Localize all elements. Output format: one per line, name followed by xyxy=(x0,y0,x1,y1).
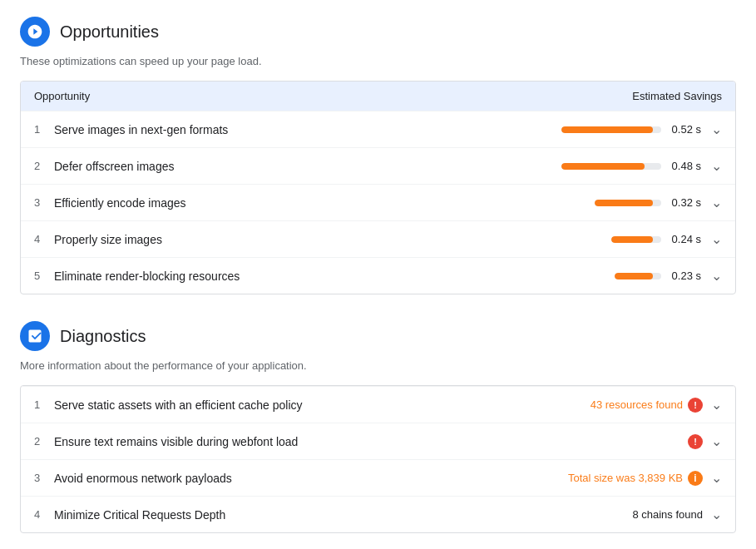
diag-expand-4[interactable]: ⌄ xyxy=(711,507,722,522)
diagnostics-table: 1 Serve static assets with an efficient … xyxy=(20,385,736,533)
diag-row-1[interactable]: 1 Serve static assets with an efficient … xyxy=(21,386,735,423)
diag-value-3: Total size was 3,839 KB xyxy=(568,472,683,484)
diagnostics-icon xyxy=(20,321,50,351)
opportunities-icon xyxy=(20,17,50,47)
diag-num-4: 4 xyxy=(34,508,54,521)
row-savings-5: 0.23 s ⌄ xyxy=(506,268,722,284)
expand-icon-5[interactable]: ⌄ xyxy=(711,268,722,284)
opportunity-row-4[interactable]: 4 Properly size images 0.24 s ⌄ xyxy=(21,220,735,257)
opportunities-table: Opportunity Estimated Savings 1 Serve im… xyxy=(20,81,736,294)
savings-value-1: 0.52 s xyxy=(668,123,701,136)
row-savings-4: 0.24 s ⌄ xyxy=(506,231,722,247)
expand-icon-2[interactable]: ⌄ xyxy=(711,158,722,174)
diag-expand-3[interactable]: ⌄ xyxy=(711,470,722,486)
row-num-4: 4 xyxy=(34,233,54,245)
bar-fill-1 xyxy=(561,126,653,133)
diag-num-1: 1 xyxy=(34,398,54,411)
col-opportunity-header: Opportunity xyxy=(34,90,506,102)
opportunities-header: Opportunities xyxy=(20,17,736,47)
savings-value-5: 0.23 s xyxy=(668,270,701,282)
diagnostics-title: Diagnostics xyxy=(60,327,146,346)
bar-container-3 xyxy=(595,200,661,206)
opportunities-table-header: Opportunity Estimated Savings xyxy=(21,82,735,111)
row-num-3: 3 xyxy=(34,196,54,209)
bar-container-1 xyxy=(561,126,661,133)
diag-savings-1: 43 resources found ! ⌄ xyxy=(506,397,722,413)
opportunities-title: Opportunities xyxy=(60,22,159,42)
row-num-1: 1 xyxy=(34,123,54,136)
row-label-5: Eliminate render-blocking resources xyxy=(54,270,506,283)
diag-value-1: 43 resources found xyxy=(590,398,683,411)
bar-track-5 xyxy=(615,273,661,279)
diag-savings-2: ! ⌄ xyxy=(506,433,722,449)
warning-icon-3: i xyxy=(688,471,703,486)
savings-value-2: 0.48 s xyxy=(668,160,701,172)
row-label-4: Properly size images xyxy=(54,233,506,246)
row-savings-2: 0.48 s ⌄ xyxy=(506,158,722,174)
diag-label-2: Ensure text remains visible during webfo… xyxy=(54,435,506,448)
opportunity-row-5[interactable]: 5 Eliminate render-blocking resources 0.… xyxy=(21,257,735,294)
warning-icon-1: ! xyxy=(688,398,703,413)
savings-value-3: 0.32 s xyxy=(668,196,701,209)
row-num-2: 2 xyxy=(34,160,54,172)
col-savings-header: Estimated Savings xyxy=(506,90,722,102)
warning-icon-2: ! xyxy=(688,434,703,449)
opportunity-row-2[interactable]: 2 Defer offscreen images 0.48 s ⌄ xyxy=(21,147,735,184)
diag-label-3: Avoid enormous network payloads xyxy=(54,472,506,485)
diag-savings-3: Total size was 3,839 KB i ⌄ xyxy=(506,470,722,486)
bar-track-3 xyxy=(595,200,661,206)
row-savings-1: 0.52 s ⌄ xyxy=(506,121,722,137)
diag-num-2: 2 xyxy=(34,435,54,448)
diag-num-3: 3 xyxy=(34,472,54,484)
diag-row-3[interactable]: 3 Avoid enormous network payloads Total … xyxy=(21,459,735,496)
diag-row-4[interactable]: 4 Minimize Critical Requests Depth 8 cha… xyxy=(21,496,735,532)
diag-label-4: Minimize Critical Requests Depth xyxy=(54,508,506,522)
opportunities-subtitle: These optimizations can speed up your pa… xyxy=(20,55,736,67)
opportunity-row-3[interactable]: 3 Efficiently encode images 0.32 s ⌄ xyxy=(21,184,735,220)
bar-container-5 xyxy=(615,273,661,279)
diag-label-1: Serve static assets with an efficient ca… xyxy=(54,398,506,412)
expand-icon-3[interactable]: ⌄ xyxy=(711,195,722,210)
row-label-1: Serve images in next-gen formats xyxy=(54,123,506,136)
bar-container-2 xyxy=(561,163,661,170)
bar-fill-5 xyxy=(615,273,653,279)
bar-track-4 xyxy=(611,236,661,243)
bar-track-1 xyxy=(561,126,661,133)
opportunity-row-1[interactable]: 1 Serve images in next-gen formats 0.52 … xyxy=(21,111,735,147)
diag-savings-4: 8 chains found ⌄ xyxy=(506,507,722,522)
diag-expand-1[interactable]: ⌄ xyxy=(711,397,722,413)
row-savings-3: 0.32 s ⌄ xyxy=(506,195,722,210)
bar-fill-3 xyxy=(595,200,653,206)
bar-track-2 xyxy=(561,163,661,170)
expand-icon-4[interactable]: ⌄ xyxy=(711,231,722,247)
row-label-2: Defer offscreen images xyxy=(54,160,506,173)
bar-fill-2 xyxy=(561,163,645,170)
diag-row-2[interactable]: 2 Ensure text remains visible during web… xyxy=(21,423,735,459)
diagnostics-subtitle: More information about the performance o… xyxy=(20,359,736,372)
diag-expand-2[interactable]: ⌄ xyxy=(711,433,722,449)
diag-value-4: 8 chains found xyxy=(632,508,703,521)
bar-fill-4 xyxy=(611,236,653,243)
diagnostics-header: Diagnostics xyxy=(20,321,736,351)
savings-value-4: 0.24 s xyxy=(668,233,701,245)
row-label-3: Efficiently encode images xyxy=(54,196,506,210)
row-num-5: 5 xyxy=(34,270,54,282)
bar-container-4 xyxy=(611,236,661,243)
expand-icon-1[interactable]: ⌄ xyxy=(711,121,722,137)
